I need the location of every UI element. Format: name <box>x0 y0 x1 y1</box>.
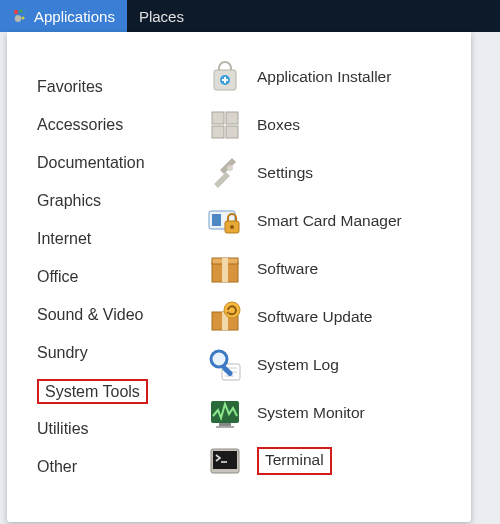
package-icon <box>207 251 243 287</box>
app-label: Settings <box>257 164 313 182</box>
menu-places[interactable]: Places <box>127 0 196 32</box>
app-system-monitor[interactable]: System Monitor <box>207 389 461 437</box>
smartcard-lock-icon <box>207 203 243 239</box>
svg-rect-10 <box>226 126 238 138</box>
svg-point-15 <box>230 225 234 229</box>
menu-applications-label: Applications <box>34 8 115 25</box>
svg-rect-30 <box>216 426 234 428</box>
app-label: System Log <box>257 356 339 374</box>
menu-places-label: Places <box>139 8 184 25</box>
app-label: System Monitor <box>257 404 365 422</box>
package-update-icon <box>207 299 243 335</box>
shopping-bag-icon <box>207 59 243 95</box>
svg-point-0 <box>14 10 18 14</box>
category-utilities[interactable]: Utilities <box>37 410 207 448</box>
svg-rect-8 <box>226 112 238 124</box>
applications-dropdown: Favorites Accessories Documentation Grap… <box>7 32 471 522</box>
svg-rect-7 <box>212 112 224 124</box>
svg-rect-9 <box>212 126 224 138</box>
svg-point-4 <box>15 15 21 22</box>
settings-wrench-icon <box>207 155 243 191</box>
top-menubar: Applications Places <box>0 0 500 32</box>
category-sound-video[interactable]: Sound & Video <box>37 296 207 334</box>
highlight-system-tools: System Tools <box>37 379 148 404</box>
category-sundry[interactable]: Sundry <box>37 334 207 372</box>
application-list: Application Installer Boxes <box>207 50 471 522</box>
svg-point-1 <box>19 9 22 12</box>
system-monitor-icon <box>207 395 243 431</box>
category-documentation[interactable]: Documentation <box>37 144 207 182</box>
category-accessories[interactable]: Accessories <box>37 106 207 144</box>
svg-rect-13 <box>212 214 221 226</box>
gnome-foot-icon <box>12 8 28 24</box>
svg-point-3 <box>21 16 24 19</box>
svg-rect-29 <box>219 423 231 426</box>
category-internet[interactable]: Internet <box>37 220 207 258</box>
category-office[interactable]: Office <box>37 258 207 296</box>
category-list: Favorites Accessories Documentation Grap… <box>7 50 207 522</box>
app-label: Software Update <box>257 308 372 326</box>
app-software[interactable]: Software <box>207 245 461 293</box>
svg-point-11 <box>227 165 233 171</box>
app-application-installer[interactable]: Application Installer <box>207 53 461 101</box>
app-label: Software <box>257 260 318 278</box>
app-smart-card-manager[interactable]: Smart Card Manager <box>207 197 461 245</box>
svg-point-26 <box>211 351 227 367</box>
app-settings[interactable]: Settings <box>207 149 461 197</box>
app-boxes[interactable]: Boxes <box>207 101 461 149</box>
terminal-icon <box>207 443 243 479</box>
app-label: Boxes <box>257 116 300 134</box>
boxes-icon <box>207 107 243 143</box>
app-label: Application Installer <box>257 68 391 86</box>
menu-applications[interactable]: Applications <box>0 0 127 32</box>
svg-rect-18 <box>222 258 228 282</box>
category-other[interactable]: Other <box>37 448 207 486</box>
svg-point-2 <box>23 12 26 15</box>
category-favorites[interactable]: Favorites <box>37 68 207 106</box>
app-software-update[interactable]: Software Update <box>207 293 461 341</box>
app-terminal[interactable]: Terminal <box>207 437 461 485</box>
app-label: Smart Card Manager <box>257 212 402 230</box>
magnifier-log-icon <box>207 347 243 383</box>
category-graphics[interactable]: Graphics <box>37 182 207 220</box>
app-system-log[interactable]: System Log <box>207 341 461 389</box>
svg-point-21 <box>224 302 240 318</box>
category-system-tools[interactable]: System Tools <box>37 372 207 410</box>
highlight-terminal: Terminal <box>257 447 332 475</box>
